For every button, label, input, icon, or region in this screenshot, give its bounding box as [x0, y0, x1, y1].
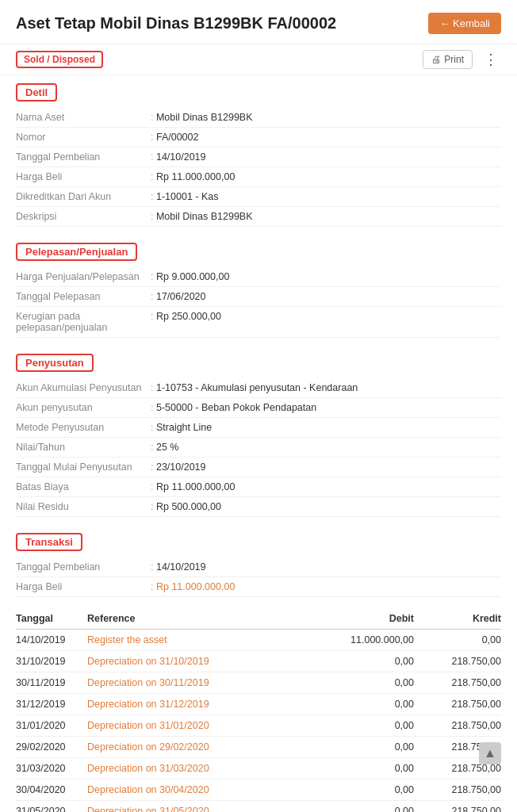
field-akun-penyusutan: Akun penyusutan 5-50000 - Beban Pokok Pe…: [16, 398, 501, 418]
td-date: 31/03/2020: [16, 763, 87, 774]
td-debit: 0,00: [319, 741, 414, 753]
pelepasan-section: Pelepasan/Penjualan Harga Penjualan/Pele…: [0, 235, 517, 341]
header-actions: 🖨 Print ⋮: [423, 49, 501, 70]
th-reference: Reference: [87, 613, 319, 624]
table-row: 31/03/2020 Depreciation on 31/03/2020 0,…: [16, 758, 501, 779]
field-tanggal-pembelian-detil: Tanggal Pembelian 14/10/2019: [16, 147, 501, 167]
print-icon: 🖨: [431, 54, 441, 65]
td-reference[interactable]: Depreciation on 29/02/2020: [87, 741, 319, 753]
table-row: 30/04/2020 Depreciation on 30/04/2020 0,…: [16, 779, 501, 801]
transaksi-section: Transaksi Tanggal Pembelian 14/10/2019 H…: [0, 525, 517, 812]
td-kredit: 218.750,00: [414, 784, 501, 795]
pelepasan-fields: Harga Penjualan/Pelepasan Rp 9.000.000,0…: [16, 267, 501, 338]
td-date: 31/05/2020: [16, 806, 87, 812]
penyusutan-fields: Akun Akumulasi Penyusutan 1-10753 - Akum…: [16, 378, 501, 517]
td-date: 31/01/2020: [16, 720, 87, 731]
td-debit: 0,00: [319, 677, 414, 688]
transactions-table-header: Tanggal Reference Debit Kredit: [16, 608, 501, 630]
td-kredit: 218.750,00: [414, 677, 501, 688]
field-nama-aset: Nama Aset Mobil Dinas B1299BK: [16, 108, 501, 128]
field-metode-penyusutan: Metode Penyusutan Straight Line: [16, 418, 501, 438]
td-debit: 0,00: [319, 699, 414, 710]
transaksi-fields: Tanggal Pembelian 14/10/2019 Harga Beli …: [16, 557, 501, 597]
table-row: 14/10/2019 Register the asset 11.000.000…: [16, 630, 501, 651]
page-container: Aset Tetap Mobil Dinas B1299BK FA/00002 …: [0, 0, 517, 812]
table-row: 31/10/2019 Depreciation on 31/10/2019 0,…: [16, 651, 501, 672]
td-reference[interactable]: Register the asset: [87, 634, 319, 645]
td-reference[interactable]: Depreciation on 30/11/2019: [87, 677, 319, 688]
td-date: 30/11/2019: [16, 677, 87, 688]
detil-fields: Nama Aset Mobil Dinas B1299BK Nomor FA/0…: [16, 108, 501, 227]
td-kredit: 218.750,00: [414, 806, 501, 812]
table-row: 30/11/2019 Depreciation on 30/11/2019 0,…: [16, 672, 501, 694]
th-debit: Debit: [319, 613, 414, 624]
penyusutan-section: Penyusutan Akun Akumulasi Penyusutan 1-1…: [0, 346, 517, 520]
table-row: 31/01/2020 Depreciation on 31/01/2020 0,…: [16, 715, 501, 737]
field-nilai-tahun: Nilai/Tahun 25 %: [16, 438, 501, 458]
th-kredit: Kredit: [414, 613, 501, 624]
td-reference[interactable]: Depreciation on 30/04/2020: [87, 784, 319, 795]
table-row: 31/12/2019 Depreciation on 31/12/2019 0,…: [16, 694, 501, 715]
td-date: 30/04/2020: [16, 784, 87, 795]
td-kredit: 218.750,00: [414, 656, 501, 667]
field-tanggal-mulai: Tanggal Mulai Penyusutan 23/10/2019: [16, 458, 501, 477]
td-debit: 0,00: [319, 656, 414, 667]
field-tanggal-pelepasan: Tanggal Pelepasan 17/06/2020: [16, 287, 501, 307]
td-date: 29/02/2020: [16, 741, 87, 753]
td-kredit: 0,00: [414, 634, 501, 645]
td-reference[interactable]: Depreciation on 31/01/2020: [87, 720, 319, 731]
td-kredit: 218.750,00: [414, 720, 501, 731]
td-debit: 0,00: [319, 806, 414, 812]
page-title: Aset Tetap Mobil Dinas B1299BK FA/00002: [16, 14, 336, 33]
pelepasan-section-title: Pelepasan/Penjualan: [16, 243, 137, 261]
field-deskripsi: Deskripsi Mobil Dinas B1299BK: [16, 207, 501, 227]
td-reference[interactable]: Depreciation on 31/05/2020: [87, 806, 319, 812]
field-harga-beli-detil: Harga Beli Rp 11.000.000,00: [16, 167, 501, 187]
field-nomor: Nomor FA/00002: [16, 128, 501, 147]
detil-section-title: Detil: [16, 83, 57, 102]
td-debit: 0,00: [319, 763, 414, 774]
td-date: 31/12/2019: [16, 699, 87, 710]
field-kerugian: Kerugian pada pelepasan/penjualan Rp 250…: [16, 307, 501, 338]
penyusutan-section-title: Penyusutan: [16, 354, 94, 372]
field-tanggal-pembelian-transaksi: Tanggal Pembelian 14/10/2019: [16, 557, 501, 577]
detil-section: Detil Nama Aset Mobil Dinas B1299BK Nomo…: [0, 75, 517, 230]
td-date: 31/10/2019: [16, 656, 87, 667]
more-options-button[interactable]: ⋮: [481, 49, 501, 70]
back-button[interactable]: ← Kembali: [428, 13, 501, 34]
transaksi-section-title: Transaksi: [16, 533, 82, 551]
td-date: 14/10/2019: [16, 634, 87, 645]
field-harga-beli-transaksi: Harga Beli Rp 11.000.000,00: [16, 577, 501, 597]
table-row: 29/02/2020 Depreciation on 29/02/2020 0,…: [16, 737, 501, 758]
td-kredit: 218.750,00: [414, 699, 501, 710]
td-reference[interactable]: Depreciation on 31/03/2020: [87, 763, 319, 774]
th-tanggal: Tanggal: [16, 613, 87, 624]
table-row: 31/05/2020 Depreciation on 31/05/2020 0,…: [16, 801, 501, 812]
print-button[interactable]: 🖨 Print: [423, 50, 473, 69]
td-debit: 11.000.000,00: [319, 634, 414, 645]
field-batas-biaya: Batas Biaya Rp 11.000.000,00: [16, 477, 501, 497]
field-harga-penjualan: Harga Penjualan/Pelepasan Rp 9.000.000,0…: [16, 267, 501, 287]
td-debit: 0,00: [319, 720, 414, 731]
field-dikreditkan: Dikreditkan Dari Akun 1-10001 - Kas: [16, 187, 501, 207]
td-reference[interactable]: Depreciation on 31/12/2019: [87, 699, 319, 710]
scroll-top-button[interactable]: ▲: [479, 742, 501, 764]
field-akun-akumulasi: Akun Akumulasi Penyusutan 1-10753 - Akum…: [16, 378, 501, 398]
status-badge: Sold / Disposed: [16, 51, 103, 68]
td-reference[interactable]: Depreciation on 31/10/2019: [87, 656, 319, 667]
td-kredit: 218.750,00: [414, 763, 501, 774]
status-bar: Sold / Disposed 🖨 Print ⋮: [0, 44, 517, 75]
transactions-table-body: 14/10/2019 Register the asset 11.000.000…: [16, 630, 501, 812]
field-nilai-residu: Nilai Residu Rp 500.000,00: [16, 497, 501, 517]
page-header: Aset Tetap Mobil Dinas B1299BK FA/00002 …: [0, 0, 517, 44]
td-debit: 0,00: [319, 784, 414, 795]
